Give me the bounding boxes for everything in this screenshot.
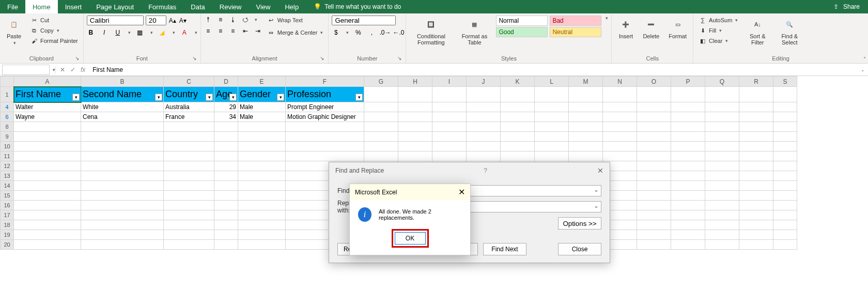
cell[interactable]	[637, 181, 671, 191]
fx-icon[interactable]: fx	[81, 66, 85, 73]
cell[interactable]	[705, 161, 739, 171]
cell[interactable]	[164, 151, 214, 161]
cell[interactable]	[398, 87, 432, 102]
select-all-corner[interactable]	[1, 77, 14, 87]
cell[interactable]	[773, 112, 797, 122]
cut-button[interactable]: ✂Cut	[28, 16, 80, 25]
cell[interactable]	[238, 151, 286, 161]
bold-button[interactable]: B	[87, 28, 95, 37]
cell[interactable]	[739, 191, 773, 201]
cell[interactable]	[214, 161, 238, 171]
styles-expand-icon[interactable]: ▾	[605, 16, 608, 21]
row-header[interactable]: 19	[1, 230, 14, 240]
cell[interactable]	[214, 132, 238, 142]
cell[interactable]	[739, 102, 773, 112]
cell[interactable]	[603, 151, 637, 161]
cell[interactable]	[432, 132, 467, 142]
column-header[interactable]: J	[467, 77, 501, 87]
cell[interactable]	[432, 102, 467, 112]
close-button[interactable]: Close	[558, 243, 601, 255]
cell[interactable]	[773, 230, 797, 240]
cell[interactable]: Walter	[14, 102, 81, 112]
find-next-button[interactable]: Find Next	[483, 243, 526, 255]
cell[interactable]	[164, 132, 214, 142]
cell[interactable]	[467, 102, 501, 112]
wrap-text-button[interactable]: ↩Wrap Text	[265, 16, 326, 25]
cell[interactable]	[467, 142, 501, 151]
cell[interactable]	[164, 191, 214, 201]
cell[interactable]	[535, 102, 569, 112]
cell[interactable]	[671, 142, 705, 151]
cell[interactable]	[773, 181, 797, 191]
dialog-title-bar[interactable]: Find and Replace ? ✕	[329, 162, 610, 179]
cell[interactable]	[637, 122, 671, 132]
cell[interactable]	[603, 122, 637, 132]
cell[interactable]	[467, 87, 501, 102]
filter-dropdown-icon[interactable]: ▾	[229, 94, 237, 101]
cell[interactable]	[603, 112, 637, 122]
cell[interactable]	[81, 210, 164, 220]
cell[interactable]	[637, 151, 671, 161]
cell[interactable]	[705, 87, 739, 102]
column-header[interactable]: G	[364, 77, 398, 87]
cell[interactable]	[164, 161, 214, 171]
message-title-bar[interactable]: Microsoft Excel ✕	[350, 184, 470, 200]
cell[interactable]	[671, 191, 705, 201]
cell[interactable]	[637, 161, 671, 171]
cell[interactable]	[535, 142, 569, 151]
cell[interactable]	[773, 87, 797, 102]
cell[interactable]	[773, 161, 797, 171]
cell[interactable]	[214, 240, 238, 250]
cell[interactable]	[773, 171, 797, 181]
cell[interactable]	[214, 122, 238, 132]
cell[interactable]: White	[81, 102, 164, 112]
cell[interactable]	[238, 142, 286, 151]
cell[interactable]	[773, 210, 797, 220]
cell[interactable]	[705, 230, 739, 240]
row-header[interactable]: 11	[1, 151, 14, 161]
dialog-launcher-icon[interactable]: ↘	[319, 55, 325, 62]
cell[interactable]	[467, 151, 501, 161]
cell[interactable]	[14, 240, 81, 250]
column-header[interactable]: O	[637, 77, 671, 87]
dialog-launcher-icon[interactable]: ↘	[74, 55, 80, 62]
cell[interactable]	[164, 220, 214, 230]
row-header[interactable]: 17	[1, 210, 14, 220]
cell[interactable]	[214, 181, 238, 191]
cell[interactable]	[739, 142, 773, 151]
cell[interactable]	[705, 112, 739, 122]
cell[interactable]	[238, 132, 286, 142]
increase-indent-icon[interactable]: ⇥	[254, 27, 262, 35]
cell[interactable]	[569, 132, 603, 142]
number-format-combo[interactable]	[332, 16, 396, 25]
cell[interactable]	[535, 122, 569, 132]
cell[interactable]	[535, 87, 569, 102]
cell[interactable]	[214, 201, 238, 210]
tab-help[interactable]: Help	[277, 0, 306, 13]
cell[interactable]	[238, 201, 286, 210]
format-cells-button[interactable]: ▭Format	[665, 16, 690, 40]
cell[interactable]	[603, 87, 637, 102]
cell[interactable]	[739, 201, 773, 210]
share-button[interactable]: ⇪ Share	[824, 0, 868, 13]
cell[interactable]	[14, 151, 81, 161]
cell[interactable]: Wayne	[14, 112, 81, 122]
column-header[interactable]: E	[238, 77, 286, 87]
cell[interactable]	[398, 112, 432, 122]
cell[interactable]	[238, 122, 286, 132]
expand-formula-bar-icon[interactable]: ⌄	[860, 67, 865, 72]
options-button[interactable]: Options >>	[558, 217, 601, 230]
tab-home[interactable]: Home	[25, 0, 58, 13]
cell[interactable]	[637, 191, 671, 201]
column-header[interactable]: H	[398, 77, 432, 87]
cell[interactable]	[432, 87, 467, 102]
cell[interactable]	[705, 181, 739, 191]
row-header[interactable]: 13	[1, 171, 14, 181]
cell[interactable]	[81, 132, 164, 142]
cell[interactable]	[238, 161, 286, 171]
cell[interactable]	[164, 240, 214, 250]
cell[interactable]	[164, 210, 214, 220]
cell[interactable]	[705, 142, 739, 151]
cell[interactable]	[705, 132, 739, 142]
tab-insert[interactable]: Insert	[58, 0, 89, 13]
